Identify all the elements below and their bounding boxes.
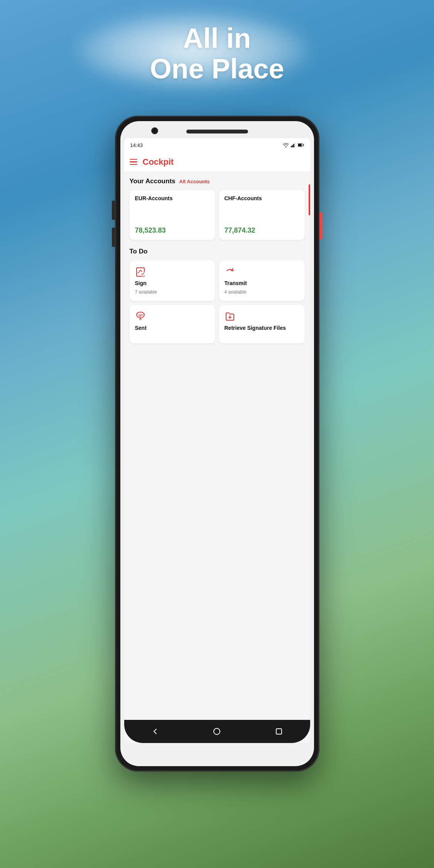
hero-line1: All in xyxy=(0,23,434,54)
sign-card[interactable]: Sign 7 available xyxy=(130,260,215,301)
home-button[interactable] xyxy=(211,726,222,737)
svg-rect-5 xyxy=(303,144,304,146)
status-icons xyxy=(283,143,304,147)
hero-text: All in One Place xyxy=(0,23,434,84)
wifi-icon xyxy=(283,143,289,147)
transmit-card[interactable]: Transmit 4 available xyxy=(219,260,305,301)
retrieve-icon xyxy=(225,311,299,322)
svg-rect-2 xyxy=(293,144,294,147)
svg-rect-3 xyxy=(294,143,296,147)
speaker xyxy=(186,130,248,133)
battery-icon xyxy=(298,143,304,147)
retrieve-card[interactable]: Retrieve Signature Files xyxy=(219,305,305,343)
accounts-grid: EUR-Accounts 78,523.83 CHF-Accounts 77,8… xyxy=(130,190,305,240)
app-bar: Cockpit xyxy=(124,152,310,172)
hero-line2: One Place xyxy=(0,54,434,84)
status-time: 14:43 xyxy=(130,142,143,148)
svg-rect-10 xyxy=(276,729,282,734)
sign-sublabel: 7 available xyxy=(135,289,210,295)
phone-device: 14:43 xyxy=(115,116,319,772)
all-accounts-link[interactable]: All Accounts xyxy=(179,179,210,184)
eur-account-balance: 78,523.83 xyxy=(135,226,210,235)
todo-section-header: To Do xyxy=(130,248,305,255)
sign-label: Sign xyxy=(135,280,210,286)
signal-icon xyxy=(291,143,296,147)
status-bar: 14:43 xyxy=(124,138,310,152)
svg-point-9 xyxy=(214,728,220,735)
chf-account-name: CHF-Accounts xyxy=(225,195,299,201)
eur-account-card[interactable]: EUR-Accounts 78,523.83 xyxy=(130,190,215,240)
phone-shell: 14:43 xyxy=(115,116,319,772)
chf-account-card[interactable]: CHF-Accounts 77,874.32 xyxy=(219,190,305,240)
accounts-heading: Your Accounts xyxy=(130,177,176,185)
main-content[interactable]: Your Accounts All Accounts EUR-Accounts … xyxy=(124,172,310,743)
todo-heading: To Do xyxy=(130,248,148,255)
transmit-icon xyxy=(225,266,299,277)
eur-account-name: EUR-Accounts xyxy=(135,195,210,201)
svg-rect-6 xyxy=(298,144,302,146)
volume-up-button[interactable] xyxy=(112,201,115,220)
transmit-label: Transmit xyxy=(225,280,299,286)
volume-down-button[interactable] xyxy=(112,228,115,247)
svg-rect-0 xyxy=(291,146,292,147)
back-button[interactable] xyxy=(150,726,160,737)
svg-rect-1 xyxy=(292,145,293,148)
front-camera xyxy=(151,127,158,134)
sign-icon xyxy=(135,266,210,277)
app-screen: 14:43 xyxy=(124,138,310,743)
menu-button[interactable] xyxy=(130,159,137,165)
accounts-section-header: Your Accounts All Accounts xyxy=(130,177,305,185)
sent-card[interactable]: Sent xyxy=(130,305,215,343)
phone-inner: 14:43 xyxy=(120,121,314,766)
bottom-nav xyxy=(124,720,310,743)
sent-label: Sent xyxy=(135,325,210,331)
scroll-indicator xyxy=(309,184,310,215)
app-title: Cockpit xyxy=(143,157,174,167)
transmit-sublabel: 4 available xyxy=(225,289,299,295)
power-button[interactable] xyxy=(319,212,323,239)
todo-grid: Sign 7 available Transmit xyxy=(130,260,305,343)
chf-account-balance: 77,874.32 xyxy=(225,226,299,235)
recent-apps-button[interactable] xyxy=(274,726,284,737)
retrieve-label: Retrieve Signature Files xyxy=(225,325,299,331)
sent-icon xyxy=(135,311,210,322)
